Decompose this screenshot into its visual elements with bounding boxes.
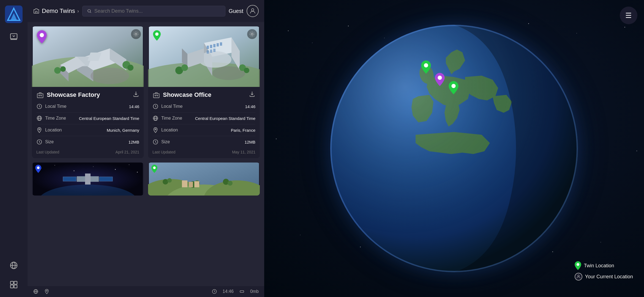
map-panel[interactable]: ☰ Twin Location Your Current Location bbox=[264, 0, 644, 297]
svg-rect-82 bbox=[154, 94, 159, 98]
svg-rect-61 bbox=[220, 42, 222, 46]
svg-line-81 bbox=[254, 32, 254, 32]
user-avatar-icon[interactable] bbox=[247, 5, 259, 17]
search-bar[interactable] bbox=[82, 6, 225, 16]
breadcrumb[interactable]: Demo Twins › bbox=[33, 7, 79, 15]
globe-pin-purple[interactable] bbox=[435, 73, 445, 87]
map-legend: Twin Location Your Current Location bbox=[575, 261, 633, 280]
current-location-legend: Your Current Location bbox=[575, 273, 633, 280]
svg-point-124 bbox=[167, 178, 172, 183]
svg-line-40 bbox=[138, 32, 138, 32]
partial-terrain-pin bbox=[151, 165, 157, 174]
svg-point-145 bbox=[46, 290, 47, 291]
list-header: Demo Twins › Guest bbox=[28, 0, 264, 22]
office-location-row: Location Paris, France bbox=[152, 127, 255, 136]
svg-point-27 bbox=[54, 67, 61, 74]
svg-point-96 bbox=[93, 166, 94, 167]
svg-line-80 bbox=[250, 36, 250, 36]
office-sun-button[interactable] bbox=[247, 29, 257, 39]
office-meta: Local Time 14:46 Time Zone bbox=[152, 103, 255, 148]
svg-rect-62 bbox=[207, 50, 209, 54]
svg-point-97 bbox=[115, 169, 116, 170]
nav-grid-icon[interactable] bbox=[7, 278, 21, 292]
svg-point-172 bbox=[424, 63, 428, 67]
svg-rect-101 bbox=[85, 174, 91, 185]
showcase-office-card[interactable]: Showcase Office bbox=[148, 26, 260, 158]
svg-point-123 bbox=[163, 179, 168, 185]
current-location-label: Your Current Location bbox=[585, 274, 633, 280]
office-local-time-row: Local Time 14:46 bbox=[152, 103, 255, 112]
svg-rect-60 bbox=[217, 43, 219, 46]
globe-pin-green-2[interactable] bbox=[449, 81, 459, 95]
user-label: Guest bbox=[229, 8, 243, 14]
factory-local-time-label: Local Time bbox=[36, 103, 66, 109]
svg-point-94 bbox=[54, 165, 55, 166]
svg-point-173 bbox=[438, 76, 442, 80]
factory-local-time-row: Local Time 14:46 bbox=[36, 103, 139, 112]
svg-point-176 bbox=[578, 275, 579, 277]
office-timezone-row: Time Zone Central European Standard Time bbox=[152, 115, 255, 124]
globe[interactable] bbox=[330, 25, 578, 272]
search-input[interactable] bbox=[94, 8, 221, 14]
factory-sun-button[interactable] bbox=[131, 29, 141, 39]
globe-pin-green-1[interactable] bbox=[421, 61, 431, 75]
partial-card-terrain[interactable] bbox=[148, 163, 260, 196]
status-storage: 0mb bbox=[250, 289, 259, 294]
factory-card-image bbox=[32, 26, 144, 87]
svg-point-72 bbox=[155, 32, 159, 36]
office-location-label: Location bbox=[152, 127, 178, 133]
cards-grid: Showcase Factory bbox=[28, 22, 264, 286]
clock-status-icon bbox=[212, 289, 217, 294]
svg-rect-41 bbox=[37, 94, 43, 98]
office-location-value: Paris, France bbox=[231, 128, 255, 133]
svg-rect-57 bbox=[207, 46, 209, 49]
factory-title: Showcase Factory bbox=[47, 91, 100, 98]
office-download-icon[interactable] bbox=[249, 91, 255, 99]
svg-line-36 bbox=[138, 36, 138, 36]
svg-point-26 bbox=[91, 68, 129, 84]
svg-rect-13 bbox=[36, 11, 37, 13]
factory-meta: Local Time 14:46 Time Zone bbox=[36, 103, 139, 148]
svg-point-132 bbox=[153, 166, 155, 169]
user-area: Guest bbox=[229, 5, 259, 17]
office-pin bbox=[153, 30, 161, 42]
svg-line-35 bbox=[134, 32, 134, 32]
svg-point-175 bbox=[576, 263, 579, 266]
svg-point-99 bbox=[137, 172, 138, 173]
svg-line-39 bbox=[134, 36, 134, 36]
globe-surface bbox=[330, 25, 578, 272]
svg-rect-3 bbox=[7, 20, 20, 21]
factory-download-icon[interactable] bbox=[133, 91, 139, 99]
office-size-value: 12MB bbox=[245, 140, 255, 144]
office-local-time-label: Local Time bbox=[152, 103, 182, 109]
svg-point-95 bbox=[74, 170, 75, 171]
twin-location-label: Twin Location bbox=[584, 263, 614, 269]
office-timezone-label: Time Zone bbox=[152, 115, 182, 121]
nav-slides-icon[interactable] bbox=[7, 30, 21, 43]
nav-globe-icon[interactable] bbox=[7, 258, 21, 272]
svg-point-32 bbox=[135, 33, 137, 35]
globe-status-icon bbox=[33, 289, 39, 294]
office-card-image bbox=[148, 26, 260, 87]
factory-pin bbox=[37, 30, 47, 45]
factory-timezone-row: Time Zone Central European Standard Time bbox=[36, 115, 139, 124]
svg-point-174 bbox=[451, 84, 455, 88]
svg-rect-64 bbox=[213, 49, 215, 52]
svg-rect-12 bbox=[14, 285, 17, 288]
office-local-time-value: 14:46 bbox=[245, 104, 255, 109]
svg-point-90 bbox=[155, 129, 156, 130]
svg-point-73 bbox=[251, 33, 253, 35]
globe-container[interactable] bbox=[264, 0, 644, 297]
factory-location-label: Location bbox=[36, 127, 62, 133]
svg-point-14 bbox=[88, 9, 90, 12]
svg-rect-59 bbox=[213, 44, 215, 47]
factory-size-row: Size 12MB bbox=[36, 139, 139, 148]
status-time: 14:46 bbox=[223, 289, 234, 294]
svg-point-31 bbox=[40, 33, 44, 37]
menu-button[interactable]: ☰ bbox=[620, 7, 637, 24]
office-title-row: Showcase Office bbox=[152, 91, 255, 99]
left-nav bbox=[0, 0, 28, 297]
showcase-factory-card[interactable]: Showcase Factory bbox=[32, 26, 144, 158]
office-size-row: Size 12MB bbox=[152, 139, 255, 148]
partial-card-space[interactable] bbox=[32, 163, 144, 196]
